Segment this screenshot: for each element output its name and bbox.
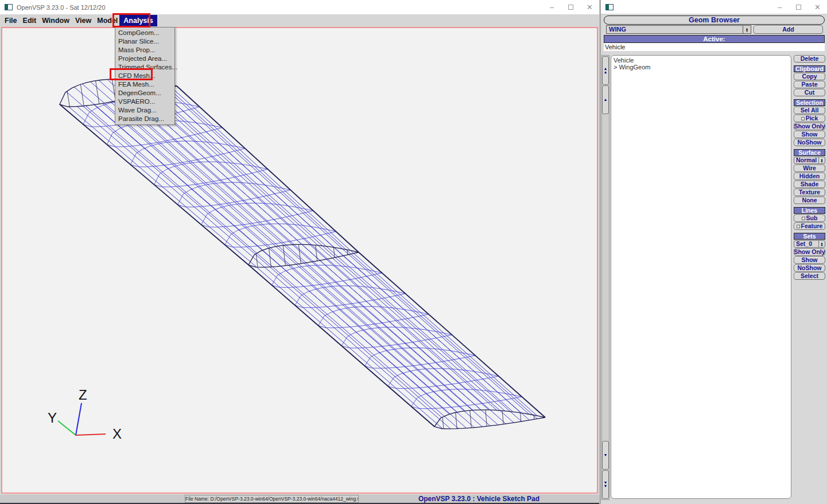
feature-checkbox[interactable]: Feature [794,222,825,230]
menu-file[interactable]: File [5,17,17,25]
app-icon [605,4,614,10]
move-up-button[interactable]: ▲ [602,85,609,114]
checkbox-icon [801,117,805,120]
active-header: Active: [604,35,825,43]
order-down-group: ▼ ▼▼ [602,440,609,499]
geom-type-value: WING [607,26,743,33]
status-bar: File Name: D:/OpenVSP-3.23.0-win64/OpenV… [0,494,599,503]
menu-item-mass-prop[interactable]: Mass Prop... [115,46,174,54]
geom-tree: Vehicle > WingGeom [611,55,791,499]
sets-show-only-button[interactable]: Show Only [794,248,825,256]
shade-button[interactable]: Shade [794,181,825,188]
main-window: OpenVSP 3.23.0 - Sat 12/12/20 – ✕ File E… [0,0,599,504]
sets-header: Sets [794,233,825,240]
minimize-icon: – [550,3,554,11]
move-bottom-button[interactable]: ▼▼ [602,470,609,499]
move-top-button[interactable]: ▲▲ [602,56,609,85]
axis-label-y: Y [48,410,57,425]
maximize-icon [568,5,573,10]
active-value: Vehicle [604,43,825,51]
maximize-icon [796,5,801,10]
geom-order-track: ▲▲ ▲ ▼ ▼▼ [601,55,609,500]
show-button[interactable]: Show [794,131,825,138]
menu-item-wave-drag[interactable]: Wave Drag... [115,106,174,115]
menu-edit[interactable]: Edit [23,17,37,25]
wire-button[interactable]: Wire [794,165,825,172]
set-select-value: Set_0 [794,241,818,247]
sets-noshow-button[interactable]: NoShow [794,264,825,272]
cut-button[interactable]: Cut [794,89,825,96]
texture-button[interactable]: Texture [794,189,825,196]
close-icon: ✕ [814,3,821,11]
noshow-button[interactable]: NoShow [794,139,825,146]
wing-wireframe: XYZ [2,28,597,493]
spinner-icon[interactable]: ▲▼ [743,26,751,33]
add-button[interactable]: Add [754,25,823,34]
menu-item-planar-slice[interactable]: Planar Slice... [115,37,174,46]
geom-browser-window: – ✕ Geom Browser WING ▲▼ Add Active: Veh… [600,0,827,504]
checkbox-icon [797,225,800,228]
show-only-button[interactable]: Show Only [794,123,825,130]
file-name-field: File Name: D:/OpenVSP-3.23.0-win64/OpenV… [185,495,359,503]
app-status-text: OpenVSP 3.23.0 : Vehicle Sketch Pad [360,494,598,503]
clipboard-header: Clipboard [794,65,825,72]
checkbox-icon [802,217,805,220]
surface-mode-value: Normal [794,157,818,163]
3d-viewport[interactable]: XYZ [1,27,598,494]
window-title: OpenVSP 3.23.0 - Sat 12/12/20 [17,4,106,11]
menu-analysis[interactable]: Analysis [119,15,157,26]
paste-button[interactable]: Paste [794,81,825,88]
minimize-button[interactable]: – [770,0,789,14]
sets-show-button[interactable]: Show [794,256,825,264]
menu-model[interactable]: Model [97,17,118,25]
delete-button[interactable]: Delete [794,55,825,62]
pick-checkbox[interactable]: Pick [794,115,825,122]
menu-view[interactable]: View [75,17,91,25]
menu-item-trimmed-surfaces[interactable]: Trimmed Surfaces... [115,63,174,72]
copy-button[interactable]: Copy [794,73,825,80]
geom-browser-title: Geom Browser [604,15,825,25]
order-up-group: ▲▲ ▲ [602,56,609,115]
window-controls: – ✕ [770,0,827,14]
geom-actions-column: Delete Clipboard Copy Paste Cut Selectio… [794,55,825,280]
minimize-icon: – [778,3,782,11]
spinner-icon[interactable]: ▲▼ [818,241,825,247]
surface-header: Surface [794,149,825,156]
geom-titlebar: – ✕ [601,0,827,14]
lines-header: Lines [794,207,825,214]
surface-mode-select[interactable]: Normal ▲▼ [794,157,825,164]
tree-item-vehicle[interactable]: Vehicle [614,57,789,64]
maximize-button[interactable] [789,0,808,14]
none-button[interactable]: None [794,197,825,204]
app-icon [5,4,13,10]
menu-item-cfd-mesh[interactable]: CFD Mesh... [115,72,174,80]
main-titlebar: OpenVSP 3.23.0 - Sat 12/12/20 – ✕ [0,0,599,14]
sel-all-button[interactable]: Sel All [794,107,825,114]
menu-item-fea-mesh[interactable]: FEA Mesh... [115,80,174,89]
menu-item-degengeom[interactable]: DegenGeom... [115,89,174,97]
close-icon: ✕ [587,3,593,11]
maximize-button[interactable] [561,0,580,14]
menu-item-compgeom[interactable]: CompGeom... [115,29,174,37]
selection-header: Selection [794,99,825,106]
menu-bar: File Edit Window View Model Analysis [0,14,599,27]
minimize-button[interactable]: – [542,0,561,14]
move-down-button[interactable]: ▼ [602,441,609,470]
axis-label-z: Z [79,387,87,403]
spinner-icon[interactable]: ▲▼ [818,157,825,163]
tree-item-winggeom[interactable]: > WingGeom [614,64,789,71]
window-controls: – ✕ [542,0,599,14]
sub-checkbox[interactable]: Sub [794,214,825,222]
set-select[interactable]: Set_0 ▲▼ [794,240,825,248]
menu-item-projected-area[interactable]: Projected Area... [115,54,174,63]
menu-item-vspaero[interactable]: VSPAERO... [115,97,174,106]
geom-type-select[interactable]: WING ▲▼ [606,25,751,34]
analysis-dropdown-menu: CompGeom... Planar Slice... Mass Prop...… [115,27,175,125]
axis-label-x: X [112,426,122,442]
menu-window[interactable]: Window [42,17,69,25]
hidden-button[interactable]: Hidden [794,173,825,180]
close-button[interactable]: ✕ [808,0,827,14]
menu-item-parasite-drag[interactable]: Parasite Drag... [115,115,174,123]
sets-select-button[interactable]: Select [794,272,825,280]
close-button[interactable]: ✕ [580,0,599,14]
